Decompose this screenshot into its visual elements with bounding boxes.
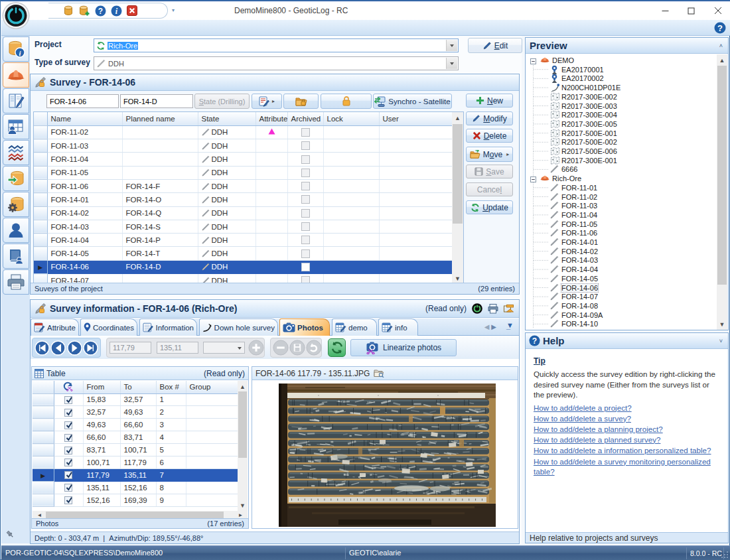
svg-text:?: ? bbox=[717, 23, 723, 33]
svg-text:?: ? bbox=[98, 6, 103, 15]
svg-text:?: ? bbox=[532, 336, 537, 346]
